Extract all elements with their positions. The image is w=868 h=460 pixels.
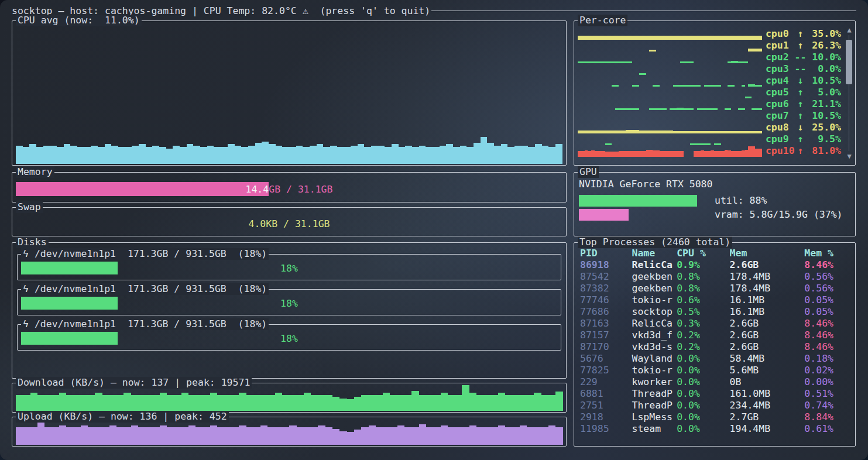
disk-gauge: 18% — [21, 262, 557, 274]
process-table: PID Name CPU % Mem Mem % 86918RelicCa0.9… — [580, 248, 850, 435]
disk-usage-text: /dev/nvme1n1p1 171.3GB / 931.5GB (18%) — [35, 248, 267, 260]
disk-gauge: 18% — [21, 297, 557, 310]
cpu-avg-title: CPU avg (now: 11.0%) — [16, 15, 142, 26]
gpu-vram-fill — [579, 209, 629, 221]
process-row: 77686socktop0.5%16.1MB0.05% — [580, 306, 850, 318]
memory-gauge-fill: 14.4GB / 31.1GB — [16, 182, 269, 196]
download-panel: Download (KB/s) — now: 137 | peak: 19571 — [12, 383, 567, 413]
scroll-down-arrow-icon[interactable]: ▼ — [845, 152, 853, 160]
col-cpu: CPU % — [677, 248, 729, 259]
core-sparkline — [578, 75, 762, 87]
disks-title: Disks — [16, 236, 49, 248]
terminal-window: socktop — host: cachyos-gaming | CPU Tem… — [0, 0, 868, 460]
core-sparkline — [578, 145, 762, 157]
disk-usage-text: /dev/nvme1n1p1 171.3GB / 931.5GB (18%) — [35, 318, 267, 330]
flash-icon: ϟ — [23, 248, 29, 260]
title-rule — [431, 11, 856, 11]
process-row: 5676Wayland0.0%58.4MB0.18% — [580, 353, 850, 365]
process-row: 2918LspMess0.0%2.7GB8.84% — [580, 411, 850, 423]
swap-usage-label: 4.0KB / 31.1GB — [12, 217, 566, 231]
swap-panel: Swap 4.0KB / 31.1GB — [12, 207, 567, 236]
disk-panel: ϟ/dev/nvme1n1p1 171.3GB / 931.5GB (18%)1… — [17, 289, 561, 315]
core-label: cpu10↑81.0% — [766, 145, 841, 157]
col-name: Name — [632, 248, 677, 259]
core-row: cpu1↑26.3% — [578, 40, 841, 52]
core-row: cpu6↑21.1% — [578, 98, 841, 110]
process-row: 86918RelicCa0.9%2.6GB8.46% — [580, 259, 850, 271]
gpu-util-label: util: 88% — [715, 195, 767, 206]
processes-panel: Top Processes (2460 total) PID Name CPU … — [574, 242, 856, 447]
core-label: cpu7↑10.5% — [766, 110, 841, 122]
gpu-util-fill — [579, 195, 697, 207]
process-row: 77825tokio-r0.0%5.6MB0.02% — [580, 365, 850, 376]
core-label: cpu5↑5.0% — [766, 87, 841, 98]
per-core-rows: cpu0↑35.0%cpu1↑26.3%cpu2--10.0%cpu3--0.0… — [578, 28, 841, 157]
gpu-panel: GPU NVIDIA GeForce RTX 5080 util: 88% vr… — [574, 172, 856, 236]
core-label: cpu9↑9.5% — [766, 133, 841, 145]
core-row: cpu4↓10.5% — [578, 75, 841, 87]
col-memp: Mem % — [804, 248, 850, 259]
core-row: cpu2--10.0% — [578, 52, 841, 63]
core-label: cpu1↑26.3% — [766, 40, 841, 52]
process-row: 87382geekben0.8%178.4MB0.56% — [580, 283, 850, 294]
disk-usage-text: /dev/nvme1n1p1 171.3GB / 931.5GB (18%) — [35, 283, 267, 295]
disk-pct-label: 18% — [21, 297, 557, 310]
core-sparkline — [578, 122, 762, 133]
per-core-title: Per-core — [578, 15, 627, 26]
core-sparkline — [578, 98, 762, 110]
download-title: Download (KB/s) — now: 137 | peak: 19571 — [16, 377, 252, 389]
scroll-up-arrow-icon[interactable]: ▲ — [845, 26, 853, 34]
upload-panel: Upload (KB/s) — now: 136 | peak: 452 — [12, 417, 567, 447]
scrollbar-thumb[interactable] — [846, 40, 852, 84]
per-core-panel: Per-core cpu0↑35.0%cpu1↑26.3%cpu2--10.0%… — [574, 20, 856, 166]
process-row: 87157vkd3d_f0.2%2.6GB8.46% — [580, 329, 850, 341]
core-row: cpu5↑5.0% — [578, 87, 841, 98]
core-row: cpu7↑10.5% — [578, 110, 841, 122]
download-sparkline — [16, 385, 562, 411]
core-row: cpu10↑81.0% — [578, 145, 841, 157]
memory-panel: Memory 14.4GB / 31.1GB 14.4GB / 31.1GB — [12, 172, 567, 202]
core-label: cpu6↑21.1% — [766, 98, 841, 110]
col-mem: Mem — [730, 248, 805, 259]
process-row: 77746tokio-r0.6%16.1MB0.05% — [580, 294, 850, 306]
core-row: cpu9↑9.5% — [578, 133, 841, 145]
process-table-header: PID Name CPU % Mem Mem % — [580, 248, 850, 259]
core-row: cpu0↑35.0% — [578, 28, 841, 40]
disk-gauge: 18% — [21, 332, 557, 345]
disks-panel: Disks ϟ/dev/nvme1n1p1 171.3GB / 931.5GB … — [12, 242, 567, 379]
core-sparkline — [578, 87, 762, 98]
gpu-title: GPU — [578, 166, 599, 178]
process-row: 87163RelicCa0.3%2.6GB8.46% — [580, 318, 850, 329]
gpu-name: NVIDIA GeForce RTX 5080 — [579, 178, 712, 190]
core-sparkline — [578, 63, 762, 75]
disk-list: ϟ/dev/nvme1n1p1 171.3GB / 931.5GB (18%)1… — [12, 243, 566, 378]
core-label: cpu4↓10.5% — [766, 75, 841, 87]
process-row: 6881ThreadP0.0%161.0MB0.51% — [580, 388, 850, 400]
gpu-vram-label: vram: 5.8G/15.9G (37%) — [715, 209, 843, 220]
flash-icon: ϟ — [23, 318, 29, 330]
disk-pct-label: 18% — [21, 332, 557, 345]
gpu-vram-gauge — [579, 209, 713, 221]
core-sparkline — [578, 110, 762, 122]
core-label: cpu0↑35.0% — [766, 28, 841, 40]
disk-panel: ϟ/dev/nvme1n1p1 171.3GB / 931.5GB (18%)1… — [17, 324, 561, 351]
per-core-scrollbar[interactable]: ▲ ▼ — [845, 26, 853, 160]
process-row: 87542geekben0.8%178.4MB0.56% — [580, 271, 850, 283]
flash-icon: ϟ — [23, 283, 29, 295]
upload-sparkline — [16, 419, 562, 445]
disk-title: ϟ/dev/nvme1n1p1 171.3GB / 931.5GB (18%) — [21, 283, 269, 295]
disk-title: ϟ/dev/nvme1n1p1 171.3GB / 931.5GB (18%) — [21, 318, 269, 330]
core-sparkline — [578, 133, 762, 145]
memory-title: Memory — [16, 166, 54, 178]
core-row: cpu8↓25.0% — [578, 122, 841, 133]
process-row: 2751ThreadP0.0%234.4MB0.74% — [580, 400, 850, 411]
process-row: 87170vkd3d-s0.2%2.6GB8.46% — [580, 341, 850, 353]
core-label: cpu8↓25.0% — [766, 122, 841, 133]
memory-gauge: 14.4GB / 31.1GB 14.4GB / 31.1GB — [16, 182, 562, 196]
core-label: cpu3--0.0% — [766, 63, 841, 75]
disk-panel: ϟ/dev/nvme1n1p1 171.3GB / 931.5GB (18%)1… — [17, 254, 561, 280]
process-rows: 86918RelicCa0.9%2.6GB8.46%87542geekben0.… — [580, 259, 850, 435]
disk-pct-label: 18% — [21, 262, 557, 274]
disk-title: ϟ/dev/nvme1n1p1 171.3GB / 931.5GB (18%) — [21, 248, 269, 260]
col-pid: PID — [580, 248, 632, 259]
